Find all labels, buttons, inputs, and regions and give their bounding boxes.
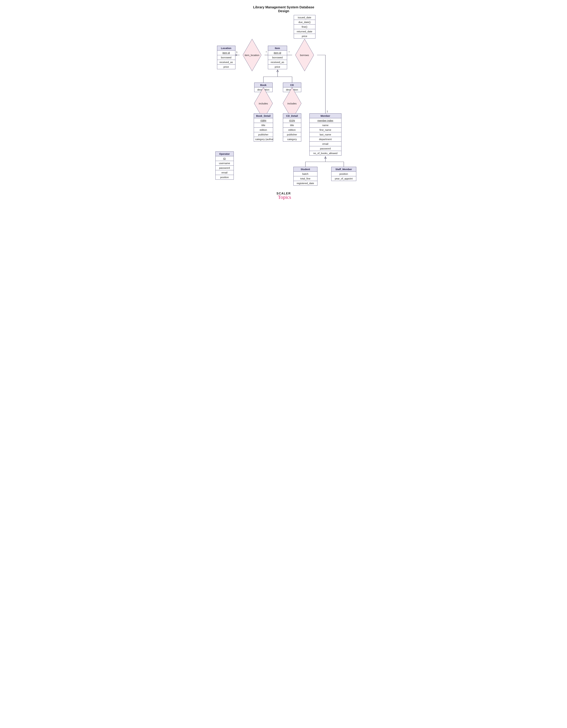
borrows-attribute-block: issued_date due_date() fine() returned_d… — [294, 15, 315, 39]
entity-member-attr-6: password — [309, 146, 341, 151]
entity-member-header: Member — [309, 114, 341, 118]
entity-operator-attr-3: email — [216, 170, 234, 175]
cardinality-item-borrows: * — [289, 51, 289, 54]
er-diagram-canvas: Library Management System Database Desig… — [202, 0, 365, 209]
entity-location-attr-1: borrowed — [217, 55, 235, 60]
entity-book-detail-attr-4: category (author — [254, 137, 273, 141]
entity-member-attr-1: name — [309, 123, 341, 127]
entity-operator-attr-2: password — [216, 165, 234, 170]
entity-book-detail-attr-2: edition — [254, 127, 273, 132]
relationship-includes-cd-label: includes — [287, 102, 296, 105]
relationship-borrows-label: borrows — [300, 54, 309, 57]
entity-student-attr-1: total_fine — [293, 176, 317, 181]
relationship-borrows: borrows — [292, 50, 317, 60]
cardinality-location: 1 — [236, 51, 238, 54]
cardinality-member: 1 — [327, 110, 328, 113]
entity-staff-header: Staff_Member — [331, 167, 356, 171]
relationship-includes-book-label: includes — [259, 102, 268, 105]
entity-book-detail-attr-0: ISBN — [254, 118, 273, 123]
entity-item-attr-2: received_as — [268, 60, 287, 64]
entity-student: Student batch total_fine registered_date — [293, 167, 317, 186]
entity-student-attr-2: registered_date — [293, 181, 317, 185]
entity-cd-detail: CD_Detail ISSN title edition publisher c… — [283, 113, 301, 142]
entity-location-header: Location — [217, 46, 235, 50]
entity-member-attr-5: email — [309, 141, 341, 146]
entity-location-attr-2: received_as — [217, 60, 235, 64]
entity-cd-header: CD — [283, 83, 301, 87]
attr-due-date: due_date() — [294, 20, 315, 24]
entity-operator-attr-0: ID — [216, 156, 234, 161]
entity-cd-detail-attr-1: title — [283, 123, 301, 127]
relationship-includes-cd: includes — [280, 98, 304, 108]
attr-returned-date: returned_date — [294, 29, 315, 34]
entity-member: Member member index name first_name last… — [309, 113, 341, 156]
relationship-item-location: item_location — [240, 50, 265, 60]
entity-cd-detail-attr-3: publisher — [283, 132, 301, 137]
entity-item-header: Item — [268, 46, 287, 50]
entity-item: Item item id borrowed received_as price — [268, 46, 287, 69]
entity-staff-attr-1: year_of_appoint — [331, 176, 356, 181]
attr-issued-date: issued_date — [294, 15, 315, 20]
entity-book-detail-attr-1: title — [254, 123, 273, 127]
scaler-topics-logo: SCALER Topics — [274, 192, 294, 200]
cardinality-item-loc: * — [266, 51, 267, 54]
entity-student-attr-0: batch — [293, 171, 317, 176]
entity-operator-attr-1: username — [216, 161, 234, 165]
entity-location-attr-0: item id — [217, 50, 235, 55]
entity-item-attr-1: borrowed — [268, 55, 287, 60]
attr-fine: fine() — [294, 24, 315, 29]
entity-member-attr-7: no_of_books_allowed — [309, 151, 341, 155]
entity-cd-detail-attr-2: edition — [283, 127, 301, 132]
entity-member-attr-3: last_name — [309, 132, 341, 137]
diagram-title: Library Management System Database Desig… — [249, 5, 319, 13]
attr-price: price — [294, 34, 315, 38]
entity-operator: Operator ID username password email posi… — [216, 151, 234, 180]
entity-location: Location item id borrowed received_as pr… — [217, 46, 236, 69]
entity-cd-detail-attr-4: category — [283, 137, 301, 141]
entity-item-attr-3: price — [268, 64, 287, 69]
entity-member-attr-4: department — [309, 137, 341, 141]
entity-book-detail: Book_Detail ISBN title edition publisher… — [254, 113, 273, 142]
entity-student-header: Student — [293, 167, 317, 171]
entity-book-header: Book — [255, 83, 273, 87]
relationship-includes-book: includes — [251, 98, 276, 108]
entity-book-detail-header: Book_Detail — [254, 114, 273, 118]
entity-book-detail-attr-3: publisher — [254, 132, 273, 137]
entity-member-attr-0: member index — [309, 118, 341, 123]
entity-location-attr-3: price — [217, 64, 235, 69]
entity-member-attr-2: first_name — [309, 127, 341, 132]
relationship-item-location-label: item_location — [245, 54, 259, 57]
entity-cd-detail-header: CD_Detail — [283, 114, 301, 118]
entity-operator-attr-4: position — [216, 175, 234, 179]
entity-operator-header: Operator — [216, 152, 234, 156]
entity-staff-member: Staff_Member position year_of_appoint — [331, 167, 356, 181]
entity-cd-detail-attr-0: ISSN — [283, 118, 301, 123]
entity-item-attr-0: item id — [268, 50, 287, 55]
entity-staff-attr-0: position — [331, 171, 356, 176]
